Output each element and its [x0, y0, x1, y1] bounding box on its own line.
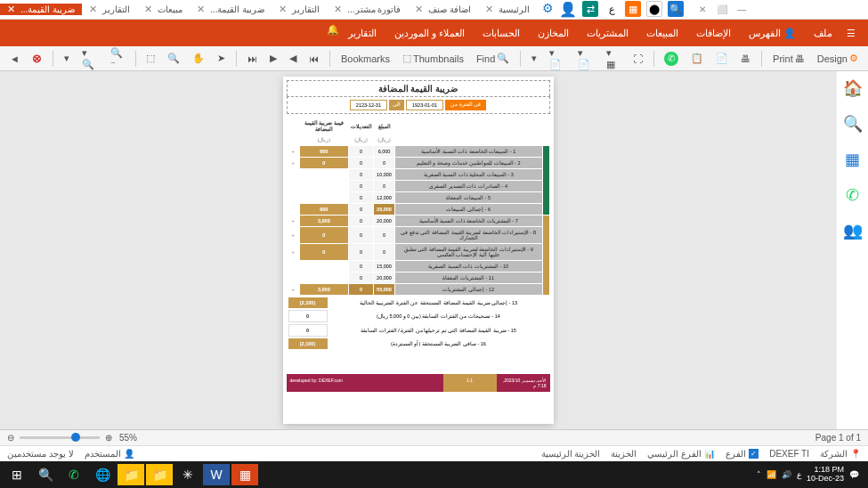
dd2[interactable]: ▾ [527, 50, 541, 67]
app-icon[interactable]: ▦ [625, 1, 641, 17]
menu-file[interactable]: ملف [805, 28, 841, 39]
tab-home[interactable]: الرئيسية✕ [478, 4, 537, 15]
tab-label: الرئيسية [499, 4, 530, 14]
apps-icon[interactable]: ▦ [845, 150, 860, 169]
report-title: ضريبة القيمة المضافة [287, 80, 550, 96]
menu-sales[interactable]: المبيعات [637, 28, 687, 39]
notif-icon[interactable]: 💬 [849, 470, 859, 479]
find-btn[interactable]: Find 🔍 [472, 50, 514, 67]
dropdown-1[interactable]: ▾ [60, 50, 74, 67]
zoom-plus-icon[interactable]: ⊕ [105, 433, 112, 443]
page2-icon[interactable]: ▾ 📄 [573, 45, 598, 73]
zoom-slider[interactable] [20, 436, 100, 439]
tab-invoice[interactable]: فاتورة مشتر...✕ [327, 4, 408, 15]
period-label: في الفترة من [445, 100, 486, 110]
zoom-out-icon[interactable]: 🔍⁻ [106, 45, 129, 73]
pin-icon: 📍 [850, 449, 861, 459]
prev-page-icon[interactable]: ◀ [285, 50, 301, 67]
whatsapp-task-icon[interactable]: ✆ [61, 464, 87, 485]
h-amount: المبلغ [374, 118, 395, 134]
explorer-icon[interactable]: 📁 [146, 464, 173, 485]
min-window[interactable]: — [735, 4, 748, 16]
grid-icon[interactable]: ▾ ▦ [602, 45, 624, 73]
clock[interactable]: 1:18 PM 10-Dec-23 [807, 466, 844, 484]
first-page-icon[interactable]: ⏮ [304, 51, 323, 67]
date-from: 1923-01-01 [406, 100, 443, 110]
record-icon[interactable]: ⬤ [646, 1, 662, 17]
slack-icon[interactable]: ✳ [174, 464, 201, 485]
report-toolbar: ◄ ⊗ ▾ ▾ 🔍 🔍⁻ ⬚ 🔍 ✋ ➤ ⏭ ▶ ◀ ⏮ Bookmarks ⬚… [0, 46, 868, 71]
close-icon[interactable]: ⊗ [28, 49, 46, 68]
zoom-in-icon[interactable]: 🔍 [163, 50, 184, 67]
tab-sales[interactable]: مبيعات✕ [137, 4, 190, 15]
search-icon[interactable]: 🔍 [668, 1, 684, 17]
wifi-icon[interactable]: 📶 [767, 470, 776, 479]
lang-icon[interactable]: ع [604, 1, 620, 17]
zoom-value: 55% [119, 433, 137, 443]
check-icon[interactable]: ✓ [749, 449, 758, 459]
gear-icon[interactable]: ⚙ [542, 1, 554, 18]
menu-add[interactable]: الإضافات [687, 28, 740, 39]
hamburger-icon[interactable]: ☰ [841, 28, 861, 39]
max-window[interactable]: ⬜ [716, 4, 728, 16]
menu-accounts[interactable]: الحسابات [474, 28, 529, 39]
cursor-icon[interactable]: ➤ [213, 50, 230, 67]
tray-up-icon[interactable]: ˄ [757, 470, 761, 479]
tool-arrow[interactable]: ◄ [5, 51, 24, 67]
last-page-icon[interactable]: ⏭ [243, 51, 262, 67]
zoom-dd[interactable]: ▾ 🔍 [77, 45, 102, 73]
bookmarks-btn[interactable]: Bookmarks [337, 51, 394, 67]
search-task-icon[interactable]: 🔍 [32, 464, 59, 485]
print-btn[interactable]: Print 🖶 [768, 51, 809, 67]
menu-reports[interactable]: التقارير [339, 28, 385, 39]
word-icon[interactable]: W [203, 464, 230, 485]
tab-vat[interactable]: ضريبة القيمة...✕ [190, 4, 272, 15]
tab-label: ضريبة القيمة... [20, 4, 75, 14]
next-page-icon[interactable]: ▶ [265, 50, 281, 67]
page3-icon[interactable]: 📄 [711, 50, 733, 67]
totals-table: 13 - إجمالي ضريبة القيمة المضافة المستحق… [287, 296, 550, 351]
taskbar: ⊞ 🔍 ✆ 🌐 📁 📁 ✳ W ▦ ˄ 📶 🔊 ع 1:18 PM 10-Dec… [0, 461, 868, 488]
export-icon[interactable]: 📋 [686, 50, 708, 67]
tab-label: التقارير [102, 4, 130, 14]
tab-vat-active[interactable]: ضريبة القيمة...✕ [0, 4, 82, 15]
menu-purchases[interactable]: المشتريات [578, 28, 637, 39]
menu-index[interactable]: 👤 الفهرس [740, 28, 805, 39]
design-btn[interactable]: Design ⚙ [813, 50, 863, 67]
home-icon[interactable]: 🏠 [843, 78, 863, 98]
hand-icon[interactable]: ✋ [188, 50, 209, 67]
app-task-icon[interactable]: ▦ [231, 464, 258, 485]
thumbnails-btn[interactable]: ⬚ Thumbnails [398, 50, 468, 67]
chrome-icon[interactable]: 🌐 [89, 464, 116, 485]
translate-icon[interactable]: ⇄ [582, 1, 598, 17]
sound-icon[interactable]: 🔊 [782, 470, 791, 479]
date-to: 2123-12-31 [350, 100, 387, 110]
whatsapp-rail-icon[interactable]: ✆ [846, 185, 859, 205]
report-footer: developed by: DEXEF.com 1-1 الأحد, ديسمب… [287, 374, 550, 392]
tab-label: التقارير [292, 4, 320, 14]
user-icon: 👤 [124, 449, 134, 459]
close-window[interactable]: ✕ [696, 4, 709, 16]
menu-customers[interactable]: العملاء و الموردين [385, 28, 474, 39]
report-page: ضريبة القيمة المضافة في الفترة من 1923-0… [283, 77, 554, 424]
folder-icon[interactable]: 📁 [118, 464, 144, 485]
chart-icon: 📊 [704, 449, 715, 459]
expand-icon[interactable]: ⛶ [629, 51, 647, 67]
tab-reports2[interactable]: التقارير✕ [82, 4, 137, 15]
tab-reports[interactable]: التقارير✕ [272, 4, 327, 15]
whatsapp-icon[interactable]: ✆ [660, 49, 683, 69]
h-vat: قيمة ضريبة القيمة المضافة [299, 118, 349, 134]
tab-add-item[interactable]: اضافة صنف✕ [408, 4, 478, 15]
select-icon[interactable]: ⬚ [142, 50, 159, 67]
menu-stores[interactable]: المخازن [529, 28, 578, 39]
to-label: الى [389, 100, 404, 110]
start-icon[interactable]: ⊞ [4, 464, 30, 485]
zoom-minus-icon[interactable]: ⊖ [7, 433, 14, 443]
search-rail-icon[interactable]: 🔍 [843, 114, 863, 134]
printer-icon[interactable]: 🖶 [736, 51, 755, 67]
page-icon[interactable]: ▾ 📄 [545, 45, 570, 73]
person-icon[interactable]: 👤 [559, 1, 577, 18]
people-icon[interactable]: 👥 [843, 221, 863, 240]
bell-icon[interactable]: 🔔 [321, 24, 339, 42]
lang-task[interactable]: ع [797, 470, 801, 479]
